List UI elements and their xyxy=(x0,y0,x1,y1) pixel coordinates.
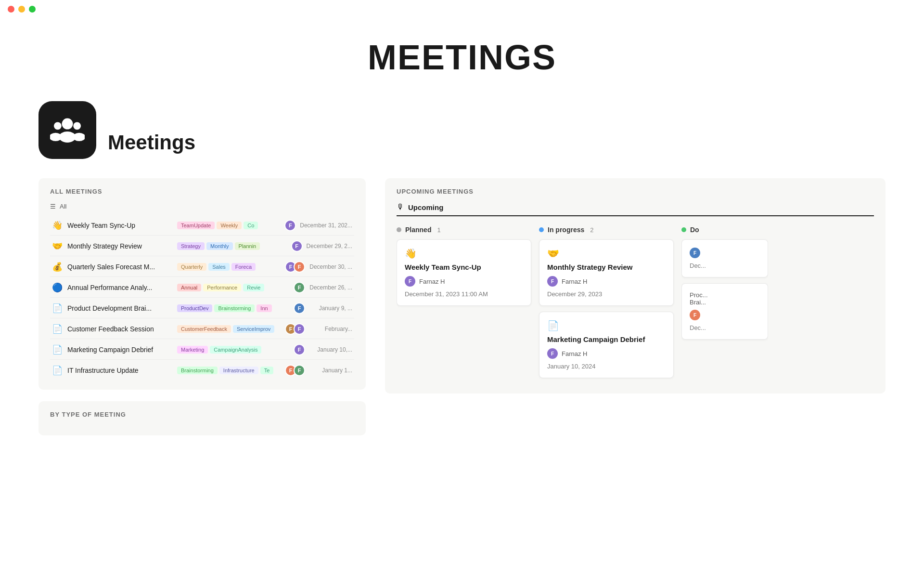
avatar: F xyxy=(294,365,305,376)
avatar: F xyxy=(547,276,558,287)
tag: Te xyxy=(260,367,274,374)
upcoming-filter-row[interactable]: 🎙 Upcoming xyxy=(397,203,874,216)
tag: ProductDev xyxy=(177,304,212,312)
card-person: F Farnaz H xyxy=(405,276,523,287)
avatar: F xyxy=(405,276,415,287)
kanban-card[interactable]: 📄 Marketing Campaign Debrief F Farnaz H … xyxy=(539,312,674,378)
avatar: F xyxy=(294,282,305,293)
meeting-date: January 9, ... xyxy=(309,305,352,312)
microphone-icon: 🎙 xyxy=(397,203,404,211)
meeting-tags: Marketing CampaignAnalysis xyxy=(177,346,293,354)
meeting-tags: TeamUpdate Weekly Co xyxy=(177,222,283,229)
avatar: F xyxy=(294,344,305,355)
kanban-card[interactable]: Proc...Brai... F Dec... xyxy=(681,283,768,340)
meeting-name: Product Development Brai... xyxy=(67,304,173,312)
meeting-emoji: 📄 xyxy=(52,344,64,355)
page-subtitle: Meetings xyxy=(108,131,195,159)
tag: Revie xyxy=(243,284,264,291)
left-panel: ALL MEETINGS ☰ All 👋 Weekly Team Sync-Up… xyxy=(38,178,366,447)
tag: ServiceImprov xyxy=(233,325,274,333)
card-person: F xyxy=(690,310,760,320)
tag: Brainstorming xyxy=(177,367,218,374)
card-person: F xyxy=(690,248,760,258)
all-meetings-card: ALL MEETINGS ☰ All 👋 Weekly Team Sync-Up… xyxy=(38,178,366,390)
table-row[interactable]: 📄 IT Infrastructure Update Brainstorming… xyxy=(50,361,354,380)
card-emoji: 🤝 xyxy=(547,248,666,259)
table-row[interactable]: 📄 Marketing Campaign Debrief Marketing C… xyxy=(50,340,354,360)
card-person: F Farnaz H xyxy=(547,276,666,287)
table-row[interactable]: 📄 Product Development Brai... ProductDev… xyxy=(50,299,354,318)
upcoming-meetings-header: UPCOMING MEETINGS xyxy=(397,188,874,195)
card-title: Marketing Campaign Debrief xyxy=(547,335,666,343)
meeting-date: December 29, 2... xyxy=(307,243,352,250)
svg-point-2 xyxy=(54,122,62,130)
inprogress-label: In progress xyxy=(548,226,584,234)
tag: TeamUpdate xyxy=(177,222,215,229)
upcoming-meetings-card: UPCOMING MEETINGS 🎙 Upcoming Planned 1 xyxy=(385,178,886,394)
close-button[interactable] xyxy=(8,6,14,13)
upcoming-filter-label[interactable]: Upcoming xyxy=(408,203,443,211)
done-label: Do xyxy=(690,226,699,234)
minimize-button[interactable] xyxy=(18,6,25,13)
table-row[interactable]: 👋 Weekly Team Sync-Up TeamUpdate Weekly … xyxy=(50,216,354,236)
kanban-card[interactable]: 🤝 Monthly Strategy Review F Farnaz H Dec… xyxy=(539,239,674,306)
meeting-tags: CustomerFeedback ServiceImprov xyxy=(177,325,284,333)
card-date: December 31, 2023 11:00 AM xyxy=(405,290,523,298)
card-title: Monthly Strategy Review xyxy=(547,263,666,271)
svg-point-5 xyxy=(73,133,85,141)
person-name: Farnaz H xyxy=(562,350,587,357)
table-row[interactable]: 🤝 Monthly Strategy Review Strategy Month… xyxy=(50,236,354,256)
card-date: January 10, 2024 xyxy=(547,363,666,370)
card-emoji: 📄 xyxy=(547,320,666,331)
svg-point-0 xyxy=(62,118,73,130)
card-date: December 29, 2023 xyxy=(547,290,666,298)
svg-point-4 xyxy=(73,122,81,130)
meeting-emoji: 💰 xyxy=(52,262,64,272)
tag: Monthly xyxy=(206,242,233,250)
planned-label: Planned xyxy=(405,226,431,234)
card-person: F Farnaz H xyxy=(547,348,666,359)
kanban-card[interactable]: 👋 Weekly Team Sync-Up F Farnaz H Decembe… xyxy=(397,239,531,306)
filter-row[interactable]: ☰ All xyxy=(50,203,354,210)
meeting-avatars: F xyxy=(287,220,296,231)
table-row[interactable]: 📄 Customer Feedback Session CustomerFeed… xyxy=(50,319,354,339)
tag: Strategy xyxy=(177,242,205,250)
tag: Weekly xyxy=(217,222,242,229)
meeting-emoji: 🔵 xyxy=(52,282,64,293)
inprogress-count: 2 xyxy=(590,226,593,234)
meeting-name: Quarterly Sales Forecast M... xyxy=(67,263,173,271)
card-title: Weekly Team Sync-Up xyxy=(405,263,523,271)
avatar: F xyxy=(294,323,305,335)
meeting-avatars: F xyxy=(296,344,305,355)
meeting-emoji: 📄 xyxy=(52,303,64,314)
meeting-name: Monthly Strategy Review xyxy=(67,242,173,250)
meeting-tags: ProductDev Brainstorming Inn xyxy=(177,304,293,312)
avatar: F xyxy=(690,310,700,320)
meeting-avatars: F F xyxy=(288,261,305,273)
meeting-emoji: 📄 xyxy=(52,324,64,334)
table-row[interactable]: 💰 Quarterly Sales Forecast M... Quarterl… xyxy=(50,257,354,277)
avatar: F xyxy=(690,248,700,258)
table-row[interactable]: 🔵 Annual Performance Analy... Annual Per… xyxy=(50,278,354,298)
planned-count: 1 xyxy=(437,226,440,234)
maximize-button[interactable] xyxy=(29,6,36,13)
kanban-col-done: Do F Dec... Proc...Brai... F xyxy=(681,226,768,384)
avatar: F xyxy=(547,348,558,359)
meeting-date: January 10,... xyxy=(309,346,352,353)
icon-title-row: Meetings xyxy=(38,101,886,159)
by-type-section: BY TYPE OF MEETING xyxy=(38,401,366,435)
tag: Marketing xyxy=(177,346,208,354)
filter-label[interactable]: All xyxy=(60,203,66,210)
card-text: Proc...Brai... xyxy=(690,291,760,306)
app-icon xyxy=(38,101,96,159)
meetings-icon xyxy=(50,113,85,147)
page-heading-block: MEETINGS xyxy=(38,18,886,101)
by-type-header: BY TYPE OF MEETING xyxy=(50,411,354,418)
kanban-card[interactable]: F Dec... xyxy=(681,239,768,277)
avatar: F xyxy=(294,261,305,273)
meeting-list: 👋 Weekly Team Sync-Up TeamUpdate Weekly … xyxy=(50,216,354,380)
tag: CampaignAnalysis xyxy=(210,346,261,354)
meeting-name: Marketing Campaign Debrief xyxy=(67,346,173,354)
meeting-emoji: 👋 xyxy=(52,220,64,231)
meeting-tags: Quarterly Sales Foreca xyxy=(177,263,284,271)
